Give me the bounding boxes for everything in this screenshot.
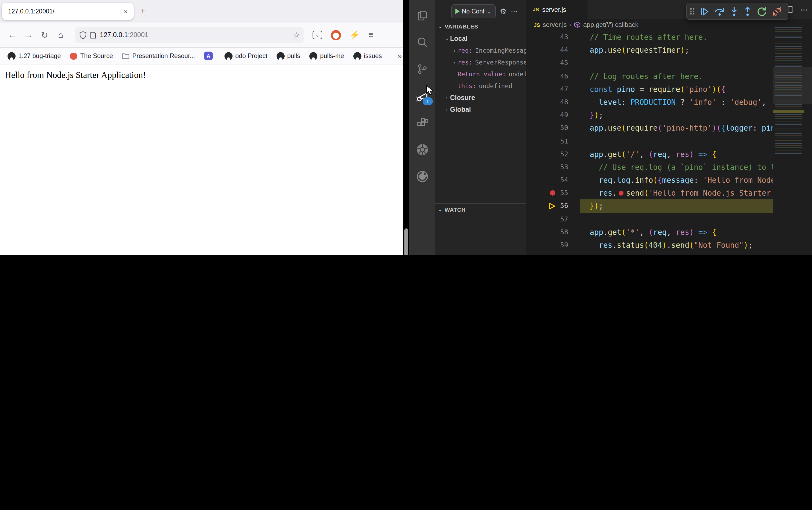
variable-row[interactable]: this:undefined bbox=[435, 80, 526, 92]
code-editor[interactable]: 43// Time routes after here. 44app.use(r… bbox=[526, 31, 812, 255]
continue-button[interactable] bbox=[699, 6, 710, 17]
home-button[interactable]: ⌂ bbox=[53, 30, 69, 40]
code-line[interactable]: app.get('*', (req, res) => { bbox=[590, 226, 716, 238]
folder-icon bbox=[122, 53, 130, 59]
bookmark-star-icon[interactable]: ☆ bbox=[293, 31, 300, 39]
debug-more-actions-icon[interactable]: ⋯ bbox=[511, 7, 518, 15]
code-line[interactable]: res.status(404).send("Not Found"); bbox=[590, 238, 753, 252]
search-icon[interactable] bbox=[409, 29, 435, 55]
code-line[interactable]: app.use(requestTimer); bbox=[590, 44, 689, 56]
browser-tab[interactable]: 127.0.0.1:20001/ × bbox=[2, 3, 134, 20]
bookmarks-overflow-button[interactable]: » bbox=[398, 52, 402, 60]
bookmark-item[interactable]: issues bbox=[353, 52, 382, 60]
variable-row[interactable]: ›req:IncomingMessag… bbox=[435, 45, 526, 56]
line-number: 55 bbox=[526, 187, 568, 200]
step-into-button[interactable] bbox=[730, 6, 739, 17]
editor-more-actions-icon[interactable]: ⋯ bbox=[800, 5, 808, 14]
code-line[interactable]: // Time routes after here. bbox=[590, 31, 707, 44]
restart-button[interactable] bbox=[757, 6, 767, 17]
firefox-tab-bar: 127.0.0.1:20001/ × + bbox=[0, 0, 403, 23]
github-icon bbox=[353, 52, 361, 60]
code-line[interactable]: res.send('Hello from Node.js Starter bbox=[590, 187, 776, 200]
minimap-current-line-marker bbox=[773, 110, 804, 113]
code-line[interactable]: // Use req.log (a `pino` instance) to l bbox=[590, 161, 775, 174]
tab-title: 127.0.0.1:20001/ bbox=[8, 8, 122, 15]
line-number: 58 bbox=[526, 226, 568, 238]
chevron-down-icon: ⌄ bbox=[486, 8, 491, 14]
bookmark-item[interactable]: The Source bbox=[70, 52, 113, 60]
disconnect-button[interactable] bbox=[772, 6, 782, 17]
variables-section-header[interactable]: ⌄VARIABLES bbox=[435, 21, 526, 32]
the-source-icon bbox=[70, 52, 78, 59]
debug-launch-bar: No Conf ⌄ ⚙ ⋯ bbox=[435, 0, 526, 23]
kubernetes-icon[interactable] bbox=[409, 137, 435, 162]
code-line[interactable]: }); bbox=[590, 252, 603, 255]
firefox-window: 127.0.0.1:20001/ × + ← → ↻ ⌂ 127.0.0.1 :… bbox=[0, 0, 403, 255]
line-number: 46 bbox=[526, 69, 568, 83]
watch-section-header[interactable]: ⌄WATCH bbox=[435, 204, 526, 215]
new-tab-button[interactable]: + bbox=[140, 6, 146, 17]
duckduckgo-extension-icon[interactable] bbox=[331, 30, 341, 40]
line-number: 48 bbox=[526, 96, 568, 109]
debug-settings-gear-icon[interactable]: ⚙ bbox=[500, 7, 506, 16]
code-line[interactable]: }); bbox=[590, 200, 603, 213]
bookmark-item[interactable]: pulls-me bbox=[309, 52, 344, 60]
play-icon bbox=[455, 8, 460, 14]
tab-close-icon[interactable]: × bbox=[122, 7, 129, 15]
toolbar-drag-handle[interactable] bbox=[690, 8, 694, 15]
url-bar[interactable]: 127.0.0.1 :20001 ☆ bbox=[75, 27, 304, 43]
code-line[interactable]: const pino = require('pino')({ bbox=[590, 83, 725, 96]
bookmark-item[interactable]: 1.27 bug-triage bbox=[7, 52, 61, 60]
variable-row[interactable]: ›res:ServerResponse… bbox=[435, 56, 526, 68]
shield-icon[interactable] bbox=[80, 31, 87, 39]
step-out-button[interactable] bbox=[743, 6, 752, 17]
openshift-connector-icon[interactable] bbox=[409, 163, 435, 189]
extensions-icon[interactable] bbox=[409, 110, 435, 136]
hamburger-menu-icon[interactable]: ≡ bbox=[368, 30, 373, 40]
reload-button[interactable]: ↻ bbox=[36, 30, 53, 40]
start-debug-button[interactable]: No Conf ⌄ bbox=[451, 4, 495, 18]
code-line[interactable]: level: PRODUCTION ? 'info' : 'debug', bbox=[590, 96, 766, 109]
source-control-icon[interactable] bbox=[409, 56, 435, 82]
url-host: 127.0.0.1 bbox=[100, 31, 128, 39]
extension-lightning-icon[interactable]: ⚡ bbox=[350, 30, 360, 40]
bookmark-folder[interactable]: Presentation Resour... bbox=[122, 52, 195, 60]
editor-tab[interactable]: JS server.js bbox=[526, 0, 588, 19]
screen: 127.0.0.1:20001/ × + ← → ↻ ⌂ 127.0.0.1 :… bbox=[0, 0, 812, 255]
bookmark-item[interactable]: A bbox=[204, 52, 215, 60]
step-over-button[interactable] bbox=[714, 6, 725, 17]
forward-button[interactable]: → bbox=[21, 30, 36, 40]
editor-scrollbar-thumb[interactable] bbox=[773, 67, 812, 104]
line-number: 44 bbox=[526, 44, 568, 56]
explorer-icon[interactable] bbox=[409, 2, 435, 28]
line-number: 59 bbox=[526, 238, 568, 252]
code-line[interactable]: app.get('/', (req, res) => { bbox=[590, 147, 716, 161]
line-number: 43 bbox=[526, 31, 568, 44]
variable-row[interactable]: Return value:undef… bbox=[435, 68, 526, 80]
code-line[interactable]: app.use(require('pino-http')({logger: pi… bbox=[590, 122, 775, 135]
divider-resize-handle[interactable] bbox=[404, 228, 408, 255]
line-number: 54 bbox=[526, 174, 568, 187]
page-info-icon[interactable] bbox=[90, 31, 96, 38]
debug-badge: 1 bbox=[423, 97, 433, 105]
pocket-icon[interactable]: ⌄ bbox=[312, 31, 322, 39]
code-line[interactable]: // Log routes after here. bbox=[590, 69, 703, 83]
code-line[interactable]: req.log.info({message: 'Hello from Node bbox=[590, 174, 775, 187]
scope-closure[interactable]: ›Closure bbox=[435, 92, 526, 104]
bookmarks-bar: 1.27 bug-triage The Source Presentation … bbox=[0, 48, 403, 64]
mouse-cursor bbox=[425, 85, 434, 97]
line-number: 50 bbox=[526, 122, 568, 135]
vscode-window: 1 ⚙ No Conf bbox=[409, 0, 812, 255]
back-button[interactable]: ← bbox=[4, 30, 21, 40]
minimap[interactable] bbox=[773, 19, 812, 255]
run-and-debug-icon[interactable]: 1 bbox=[409, 83, 435, 109]
line-number: 57 bbox=[526, 213, 568, 225]
code-line[interactable]: }); bbox=[590, 109, 603, 121]
bookmark-item[interactable]: odo Project bbox=[224, 52, 267, 60]
line-number: 47 bbox=[526, 83, 568, 96]
debug-sidebar: No Conf ⌄ ⚙ ⋯ ⌄VARIABLES ⌄Local ›req:Inc… bbox=[435, 0, 526, 255]
scope-global[interactable]: ›Global bbox=[435, 104, 526, 116]
scope-local[interactable]: ⌄Local bbox=[435, 33, 526, 45]
breadcrumbs[interactable]: JS server.js › app.get('/') callback bbox=[526, 19, 812, 31]
bookmark-item[interactable]: pulls bbox=[277, 52, 300, 60]
